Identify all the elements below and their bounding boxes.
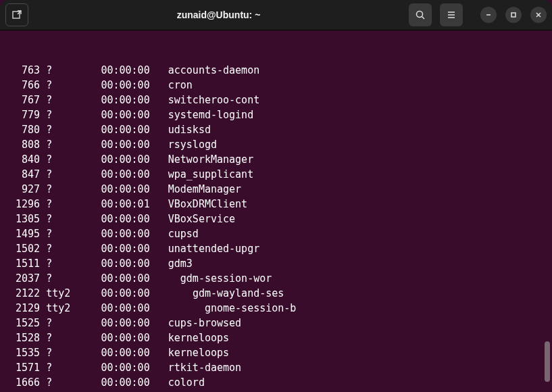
svg-point-2	[417, 11, 423, 18]
process-pid: 1511	[9, 256, 40, 271]
new-tab-button[interactable]	[5, 3, 28, 26]
process-row: 766?00:00:00cron	[9, 78, 552, 93]
process-pid: 1305	[9, 212, 40, 226]
process-tty: ?	[40, 360, 70, 375]
process-cmd: gdm3	[150, 256, 193, 271]
process-time: 00:00:00	[70, 301, 149, 316]
process-row: 840?00:00:00NetworkManager	[9, 152, 552, 167]
search-button[interactable]	[409, 3, 432, 26]
process-time: 00:00:01	[70, 197, 149, 212]
process-row: 1535?00:00:00kerneloops	[9, 345, 552, 360]
process-time: 00:00:00	[70, 78, 149, 93]
process-row: 1571?00:00:00rtkit-daemon	[9, 360, 552, 375]
process-cmd: cups-browsed	[150, 316, 241, 330]
process-row: 808?00:00:00rsyslogd	[9, 137, 552, 152]
process-pid: 1666	[9, 375, 40, 390]
process-cmd: gdm-wayland-ses	[150, 286, 284, 301]
process-tty: ?	[40, 107, 70, 122]
process-pid: 1525	[9, 316, 40, 330]
process-row: 779?00:00:00systemd-logind	[9, 107, 552, 122]
process-pid: 847	[9, 167, 40, 182]
process-tty: ?	[40, 152, 70, 167]
svg-rect-0	[13, 11, 20, 18]
process-time: 00:00:00	[70, 93, 149, 107]
process-tty: ?	[40, 226, 70, 241]
process-cmd: VBoxService	[150, 212, 235, 226]
process-row: 763?00:00:00accounts-daemon	[9, 63, 552, 78]
process-cmd: ModemManager	[150, 182, 241, 197]
process-pid: 767	[9, 93, 40, 107]
process-cmd: cupsd	[150, 226, 199, 241]
process-cmd: NetworkManager	[150, 152, 254, 167]
process-row: 1528?00:00:00kerneloops	[9, 330, 552, 345]
window-title: zunaid@Ubuntu: ~	[28, 9, 409, 20]
process-row: 1525?00:00:00cups-browsed	[9, 316, 552, 330]
process-row: 927?00:00:00ModemManager	[9, 182, 552, 197]
process-time: 00:00:00	[70, 360, 149, 375]
process-tty: ?	[40, 122, 70, 137]
minimize-button[interactable]	[480, 7, 497, 23]
process-cmd: unattended-upgr	[150, 241, 260, 256]
process-row: 780?00:00:00udisksd	[9, 122, 552, 137]
process-pid: 2122	[9, 286, 40, 301]
process-tty: ?	[40, 375, 70, 390]
process-row: 1495?00:00:00cupsd	[9, 226, 552, 241]
process-pid: 927	[9, 182, 40, 197]
process-cmd: udisksd	[150, 122, 211, 137]
process-row: 1502?00:00:00unattended-upgr	[9, 241, 552, 256]
process-time: 00:00:00	[70, 212, 149, 226]
process-cmd: gdm-session-wor	[150, 271, 272, 286]
process-pid: 2037	[9, 271, 40, 286]
process-row: 2129tty200:00:00gnome-session-b	[9, 301, 552, 316]
process-tty: ?	[40, 197, 70, 212]
process-tty: tty2	[40, 301, 70, 316]
process-cmd: VBoxDRMClient	[150, 197, 247, 212]
scrollbar-thumb[interactable]	[545, 341, 550, 382]
process-time: 00:00:00	[70, 271, 149, 286]
menu-button[interactable]	[440, 3, 463, 26]
process-time: 00:00:00	[70, 122, 149, 137]
process-pid: 1495	[9, 226, 40, 241]
process-row: 847?00:00:00wpa_supplicant	[9, 167, 552, 182]
process-time: 00:00:00	[70, 286, 149, 301]
process-tty: ?	[40, 93, 70, 107]
process-cmd: gnome-session-b	[150, 301, 297, 316]
svg-rect-8	[511, 13, 516, 17]
process-tty: tty2	[40, 286, 70, 301]
process-cmd: rtkit-daemon	[150, 360, 241, 375]
process-tty: ?	[40, 271, 70, 286]
process-cmd: cron	[150, 78, 193, 93]
process-tty: ?	[40, 241, 70, 256]
process-row: 2122tty200:00:00gdm-wayland-ses	[9, 286, 552, 301]
process-time: 00:00:00	[70, 345, 149, 360]
process-tty: ?	[40, 167, 70, 182]
process-pid: 1528	[9, 330, 40, 345]
process-cmd: rsyslogd	[150, 137, 217, 152]
process-time: 00:00:00	[70, 152, 149, 167]
process-time: 00:00:00	[70, 256, 149, 271]
process-time: 00:00:00	[70, 63, 149, 78]
titlebar: zunaid@Ubuntu: ~	[0, 0, 552, 30]
process-tty: ?	[40, 212, 70, 226]
close-button[interactable]	[530, 7, 547, 23]
process-row: 2037?00:00:00gdm-session-wor	[9, 271, 552, 286]
process-time: 00:00:00	[70, 241, 149, 256]
process-time: 00:00:00	[70, 330, 149, 345]
process-row: 1666?00:00:00colord	[9, 375, 552, 390]
process-pid: 1296	[9, 197, 40, 212]
process-tty: ?	[40, 316, 70, 330]
terminal-output[interactable]: 763?00:00:00accounts-daemon766?00:00:00c…	[0, 30, 552, 392]
process-pid: 1502	[9, 241, 40, 256]
process-pid: 1571	[9, 360, 40, 375]
process-tty: ?	[40, 63, 70, 78]
titlebar-right	[409, 3, 547, 26]
maximize-button[interactable]	[505, 7, 522, 23]
process-pid: 766	[9, 78, 40, 93]
process-time: 00:00:00	[70, 182, 149, 197]
process-cmd: systemd-logind	[150, 107, 254, 122]
process-time: 00:00:00	[70, 375, 149, 390]
process-tty: ?	[40, 345, 70, 360]
process-pid: 763	[9, 63, 40, 78]
process-row: 1511?00:00:00gdm3	[9, 256, 552, 271]
process-cmd: wpa_supplicant	[150, 167, 254, 182]
